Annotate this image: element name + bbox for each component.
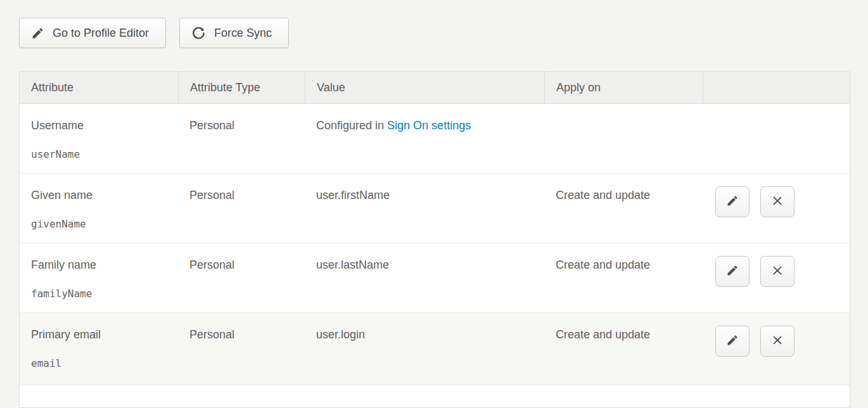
actions-cell (703, 104, 850, 173)
attribute-variable-name: userName (31, 147, 167, 162)
attribute-mappings-page: Go to Profile Editor Force Sync Attribut… (0, 0, 868, 408)
close-icon (771, 194, 784, 209)
attribute-variable-name: email (31, 356, 167, 371)
attribute-cell: Given name givenName (20, 174, 178, 243)
actions-cell (703, 174, 850, 243)
attribute-label: Primary email (31, 327, 167, 342)
apply-on-cell: Create and update (544, 243, 703, 312)
table-row: Family name familyName Personal user.las… (20, 243, 850, 313)
table-header-row: Attribute Attribute Type Value Apply on (20, 72, 850, 104)
pencil-icon (31, 27, 44, 40)
column-header-actions (703, 72, 850, 103)
remove-attribute-button[interactable] (760, 256, 795, 287)
table-row: Username userName Personal Configured in… (20, 104, 850, 174)
attribute-mappings-table: Attribute Attribute Type Value Apply on … (19, 71, 850, 408)
column-header-attribute: Attribute (20, 72, 178, 103)
attribute-cell: Primary email email (20, 313, 178, 385)
value-cell: Configured in Sign On settings (305, 104, 544, 173)
close-icon (771, 334, 784, 348)
attribute-type-cell: Personal (178, 104, 305, 173)
sign-on-settings-link[interactable]: Sign On settings (387, 119, 471, 132)
value-cell: user.lastName (305, 243, 544, 312)
attribute-type-cell: Personal (178, 313, 305, 385)
table-row: Primary email email Personal user.login … (20, 313, 850, 385)
force-sync-button[interactable]: Force Sync (179, 18, 289, 48)
attribute-label: Given name (31, 188, 167, 203)
attribute-type-cell: Personal (178, 174, 305, 243)
toolbar: Go to Profile Editor Force Sync (19, 18, 289, 48)
pencil-icon (726, 194, 739, 209)
column-header-attribute-type: Attribute Type (178, 72, 305, 103)
attribute-cell: Username userName (20, 104, 178, 173)
attribute-variable-name: givenName (31, 217, 167, 232)
pencil-icon (726, 334, 739, 348)
refresh-icon (191, 26, 206, 41)
attribute-label: Username (31, 118, 167, 133)
remove-attribute-button[interactable] (760, 326, 795, 357)
edit-attribute-button[interactable] (715, 256, 750, 287)
apply-on-cell (544, 104, 703, 173)
actions-cell (703, 243, 850, 312)
go-to-profile-editor-label: Go to Profile Editor (53, 27, 149, 40)
column-header-apply-on: Apply on (544, 72, 703, 103)
close-icon (771, 264, 784, 279)
column-header-value: Value (305, 72, 544, 103)
edit-attribute-button[interactable] (715, 186, 750, 217)
force-sync-label: Force Sync (214, 27, 272, 40)
go-to-profile-editor-button[interactable]: Go to Profile Editor (19, 18, 166, 48)
attribute-label: Family name (31, 257, 167, 272)
apply-on-cell: Create and update (544, 313, 703, 385)
table-row-partial (20, 385, 850, 408)
apply-on-cell: Create and update (544, 174, 703, 243)
remove-attribute-button[interactable] (760, 186, 795, 217)
edit-attribute-button[interactable] (715, 326, 750, 357)
table-row: Given name givenName Personal user.first… (20, 174, 850, 243)
value-prefix-text: Configured in (316, 119, 387, 132)
value-cell: user.login (305, 313, 544, 385)
attribute-cell: Family name familyName (20, 243, 178, 312)
attribute-type-cell: Personal (178, 243, 305, 312)
pencil-icon (726, 264, 739, 279)
value-cell: user.firstName (305, 174, 544, 243)
attribute-variable-name: familyName (31, 286, 167, 302)
actions-cell (703, 313, 850, 385)
